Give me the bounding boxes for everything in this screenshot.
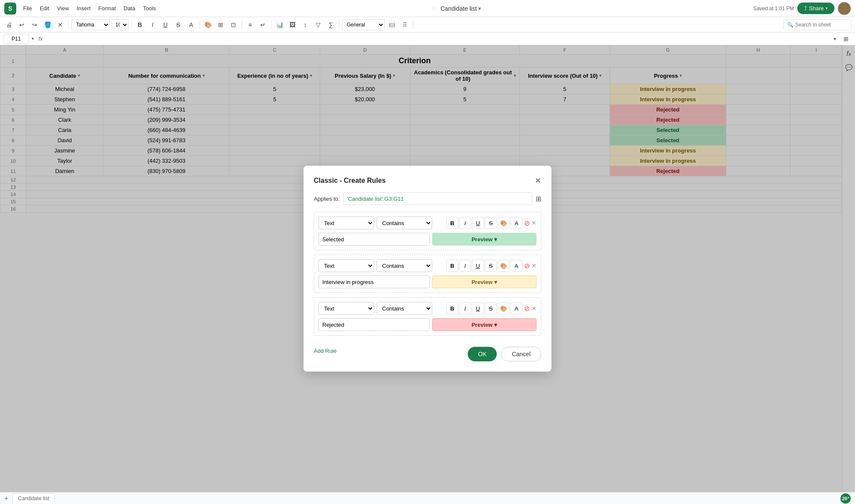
rule-block-3: Text Contains B I U S 🎨 A ⊘: [314, 297, 541, 336]
rule-2-format-btns: B I U S 🎨 A ⊘ ✕: [446, 260, 537, 272]
ok-button[interactable]: OK: [468, 347, 497, 361]
rule-1-row2: Preview ▾: [318, 233, 537, 246]
rule-2-condition-select[interactable]: Contains: [377, 259, 432, 272]
rule-1-delete-btn[interactable]: ✕: [531, 220, 537, 226]
rule-1-bold-btn[interactable]: B: [446, 217, 458, 229]
rule-2-fill-btn[interactable]: 🎨: [498, 260, 510, 272]
rule-block-2: Text Contains B I U S 🎨 A ⊘: [314, 255, 541, 293]
menu-view[interactable]: View: [53, 3, 72, 13]
menu-data[interactable]: Data: [120, 3, 139, 13]
formula-expand-icon: ▾: [834, 36, 836, 42]
rule-3-type-select[interactable]: Text: [318, 302, 374, 315]
font-select[interactable]: Tahoma: [71, 19, 110, 30]
sort-button[interactable]: ↕: [300, 19, 311, 30]
align-button[interactable]: ≡: [245, 19, 256, 30]
filter-button[interactable]: ▽: [313, 19, 324, 30]
rule-2-delete-btn[interactable]: ✕: [531, 262, 537, 269]
rule-1-italic-btn[interactable]: I: [459, 217, 471, 229]
rule-3-value-input[interactable]: [318, 318, 430, 331]
rule-3-preview-btn[interactable]: Preview ▾: [432, 318, 537, 331]
size-select[interactable]: 10: [112, 19, 129, 30]
sheet-tab[interactable]: Candidate list: [12, 493, 55, 503]
rule-1-clear-btn[interactable]: ⊘: [524, 219, 530, 227]
paint-format-button[interactable]: 🪣: [42, 19, 53, 30]
title-area: ☆ Candidate list ▾: [163, 5, 750, 12]
rule-3-underline-btn[interactable]: U: [472, 302, 484, 314]
rule-3-bold-btn[interactable]: B: [446, 302, 458, 314]
separator: [68, 21, 69, 29]
underline-button[interactable]: U: [160, 19, 171, 30]
wrap-button[interactable]: ↵: [257, 19, 268, 30]
rule-1-preview-btn[interactable]: Preview ▾: [432, 233, 537, 246]
rule-2-type-select[interactable]: Text: [318, 259, 374, 272]
search-input[interactable]: [795, 22, 846, 28]
redo-button[interactable]: ↪: [29, 19, 40, 30]
function-button[interactable]: {()}: [386, 19, 398, 30]
avatar: [838, 2, 851, 15]
menu-file[interactable]: File: [20, 3, 35, 13]
rule-1-fill-btn[interactable]: 🎨: [498, 217, 510, 229]
side-panel-button[interactable]: ⊞: [840, 33, 852, 44]
bold-button[interactable]: B: [134, 19, 145, 30]
rule-2-bold-btn[interactable]: B: [446, 260, 458, 272]
print-button[interactable]: 🖨: [3, 19, 15, 30]
menu-insert[interactable]: Insert: [73, 3, 94, 13]
rule-2-clear-btn[interactable]: ⊘: [524, 262, 530, 270]
rule-3-italic-btn[interactable]: I: [459, 302, 471, 314]
rule-1-underline-btn[interactable]: U: [472, 217, 484, 229]
rule-2-preview-label: Preview: [472, 279, 492, 285]
share-button[interactable]: ⤴ Share ▾: [797, 3, 834, 14]
cell-reference[interactable]: P11: [3, 34, 29, 44]
fill-color-button[interactable]: 🎨: [202, 19, 213, 30]
rule-2-preview-btn[interactable]: Preview ▾: [432, 275, 537, 288]
applies-to-row: Applies to: ⊞: [314, 192, 541, 205]
chart-button[interactable]: 📊: [274, 19, 285, 30]
borders-button[interactable]: ⊞: [215, 19, 226, 30]
close-modal-button[interactable]: ✕: [535, 176, 541, 185]
merge-button[interactable]: ⊡: [228, 19, 239, 30]
rule-2-strike-btn[interactable]: S: [485, 260, 497, 272]
modal-title: Classic - Create Rules: [314, 177, 386, 185]
rule-3-delete-btn[interactable]: ✕: [531, 305, 537, 312]
image-button[interactable]: 🖼: [287, 19, 298, 30]
rule-3-fill-btn[interactable]: 🎨: [498, 302, 510, 314]
add-sheet-btn[interactable]: +: [4, 495, 8, 502]
more-options-button[interactable]: ⠿: [399, 19, 410, 30]
rule-1-condition-select[interactable]: Contains: [377, 217, 432, 229]
rule-2-font-color-btn[interactable]: A: [510, 260, 522, 272]
add-rule-button[interactable]: Add Rule: [314, 346, 336, 356]
formula-button[interactable]: ∑: [325, 19, 336, 30]
help-icon[interactable]: 26°: [840, 493, 851, 504]
applies-to-input[interactable]: [343, 192, 532, 205]
sheet-wrapper: A B C D E F G H I: [0, 45, 855, 492]
rule-2-value-input[interactable]: [318, 275, 430, 288]
fx-label: fx: [37, 35, 44, 42]
rule-3-condition-select[interactable]: Contains: [377, 302, 432, 315]
rule-block-1: Text Contains B I U S 🎨 A ⊘: [314, 212, 541, 250]
font-color-button[interactable]: A: [186, 19, 197, 30]
formula-input[interactable]: [47, 34, 831, 44]
strikethrough-button[interactable]: S: [173, 19, 184, 30]
rule-1-type-select[interactable]: Text: [318, 217, 374, 229]
italic-button[interactable]: I: [147, 19, 158, 30]
rule-2-italic-btn[interactable]: I: [459, 260, 471, 272]
menu-edit[interactable]: Edit: [36, 3, 53, 13]
rule-1-value-input[interactable]: [318, 233, 430, 246]
format-select[interactable]: General: [342, 19, 385, 30]
undo-button[interactable]: ↩: [16, 19, 27, 30]
range-picker-icon[interactable]: ⊞: [536, 195, 541, 203]
rule-2-underline-btn[interactable]: U: [472, 260, 484, 272]
top-bar: S File Edit View Insert Format Data Tool…: [0, 0, 855, 17]
rule-3-font-color-btn[interactable]: A: [510, 302, 522, 314]
rule-1-strike-btn[interactable]: S: [485, 217, 497, 229]
modal-footer: OK Cancel: [468, 347, 541, 361]
rule-3-strike-btn[interactable]: S: [485, 302, 497, 314]
menu-format[interactable]: Format: [95, 3, 119, 13]
separator2: [131, 21, 132, 29]
clear-format-button[interactable]: ✕: [55, 19, 66, 30]
cancel-button[interactable]: Cancel: [501, 347, 541, 361]
rule-1-font-color-btn[interactable]: A: [510, 217, 522, 229]
menu-tools[interactable]: Tools: [139, 3, 159, 13]
rule-3-clear-btn[interactable]: ⊘: [524, 305, 530, 313]
share-icon: ⤴: [804, 5, 807, 12]
